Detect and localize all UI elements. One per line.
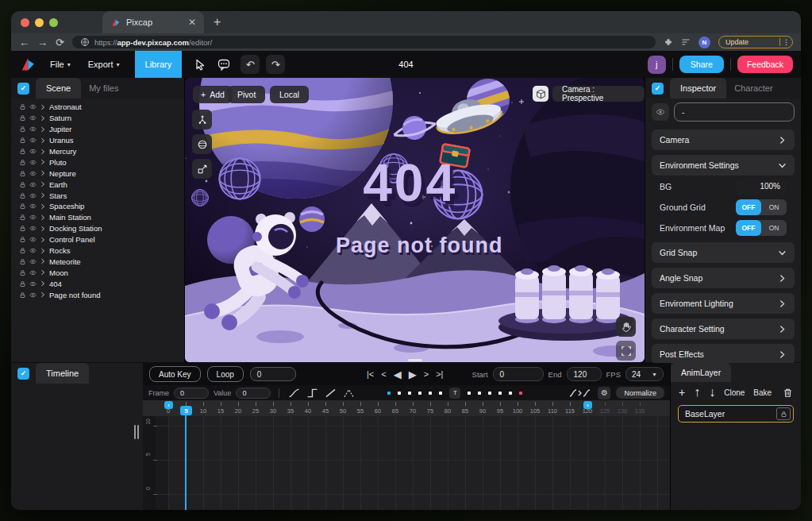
play-reverse-icon[interactable]: ◀ — [394, 369, 402, 380]
tab-my-files[interactable]: My files — [81, 83, 126, 93]
linear-curve-icon[interactable] — [324, 388, 337, 399]
add-layer-icon[interactable]: + — [679, 386, 685, 399]
bounce-curve-icon[interactable] — [342, 388, 356, 399]
step-curve-icon[interactable] — [306, 388, 319, 399]
add-button[interactable]: +Add — [193, 86, 233, 103]
scene-tree-item[interactable]: Nepture — [11, 168, 184, 179]
ease-curve-icon[interactable] — [287, 388, 301, 399]
tab-animlayer[interactable]: AnimLayer — [671, 363, 731, 382]
lock-icon[interactable] — [19, 159, 26, 166]
move-layer-down-icon[interactable]: ↓ — [709, 385, 715, 399]
visibility-eye-button[interactable] — [652, 103, 669, 121]
redo-button[interactable]: ↷ — [266, 55, 285, 74]
keyframe-dot[interactable] — [387, 392, 391, 395]
panel-resize-handle[interactable] — [408, 359, 422, 361]
inspector-section-character-setting[interactable]: Character Setting — [652, 318, 795, 339]
scene-tree-item[interactable]: 404 — [11, 278, 184, 289]
inspector-section-grid-snap[interactable]: Grid Snap — [652, 242, 795, 263]
toggle-off[interactable]: OFF — [736, 199, 761, 215]
move-layer-up-icon[interactable]: ↑ — [694, 385, 700, 399]
step-back-icon[interactable]: < — [381, 369, 386, 379]
bake-layer-button[interactable]: Bake — [753, 388, 772, 397]
scene-tree-item[interactable]: Mercury — [11, 146, 184, 157]
play-forward-icon[interactable]: ▶ — [409, 369, 417, 380]
lock-icon[interactable] — [19, 170, 26, 177]
lock-icon[interactable] — [19, 291, 26, 299]
keyframe-dot[interactable] — [429, 392, 432, 395]
expand-chevron-icon[interactable] — [40, 237, 46, 243]
scene-tree-item[interactable]: Page not found — [11, 289, 184, 300]
curve-grid[interactable]: 1050 — [143, 416, 670, 510]
scene-tree-item[interactable]: Meteorite — [11, 256, 184, 267]
range-start-handle[interactable]: ‹ — [164, 401, 173, 409]
expand-chevron-icon[interactable] — [40, 181, 46, 187]
expand-chevron-icon[interactable] — [40, 137, 46, 144]
scene-tree-item[interactable]: Spaceship — [11, 201, 184, 212]
eye-icon[interactable] — [29, 159, 37, 166]
eye-icon[interactable] — [29, 170, 37, 177]
lock-icon[interactable] — [19, 181, 26, 188]
tab-close-icon[interactable]: ✕ — [188, 17, 196, 28]
timeline-visibility-checkbox[interactable]: ✓ — [17, 368, 29, 380]
object-name-field[interactable]: - — [674, 102, 795, 122]
timeline-scroll-handle[interactable] — [134, 425, 139, 439]
lock-icon[interactable] — [19, 258, 26, 265]
comment-tool-button[interactable] — [214, 54, 234, 75]
skip-start-icon[interactable]: |< — [367, 369, 374, 379]
lock-icon[interactable] — [776, 407, 791, 420]
frame-field[interactable]: 0 — [174, 388, 209, 399]
anim-layer-item[interactable]: BaseLayer — [678, 405, 794, 423]
keyframe-dot[interactable] — [498, 392, 502, 395]
scene-tree-item[interactable]: Stars — [11, 190, 184, 201]
lock-icon[interactable] — [19, 214, 26, 221]
keyframe-dot[interactable] — [478, 392, 481, 395]
eye-icon[interactable] — [29, 291, 37, 299]
value-field[interactable]: 100% — [736, 179, 787, 195]
tab-timeline[interactable]: Timeline — [36, 363, 89, 384]
inspector-section-enviroment-lighting[interactable]: Enviroment Lighting — [652, 293, 795, 314]
eye-icon[interactable] — [29, 125, 37, 133]
select-tool-button[interactable] — [190, 54, 210, 75]
minimize-window-button[interactable] — [35, 18, 44, 27]
camera-mode-label[interactable]: Camera : Prespective — [552, 86, 645, 102]
scene-tree-item[interactable]: Docking Station — [11, 223, 184, 234]
scene-tree-item[interactable]: Uranus — [11, 135, 184, 146]
t-button[interactable]: T — [449, 388, 460, 399]
expand-chevron-icon[interactable] — [40, 115, 46, 122]
range-end-handle[interactable]: › — [583, 401, 592, 409]
expand-chevron-icon[interactable] — [40, 226, 46, 232]
eye-icon[interactable] — [29, 236, 37, 243]
keyframe-dot[interactable] — [468, 392, 471, 395]
lock-icon[interactable] — [19, 269, 26, 276]
inspector-visibility-checkbox[interactable]: ✓ — [652, 83, 664, 95]
rotate-tool-button[interactable] — [192, 134, 212, 154]
export-menu[interactable]: Export▾ — [81, 55, 127, 74]
extensions-icon[interactable] — [664, 37, 673, 47]
move-tool-button[interactable] — [192, 110, 212, 129]
viewport-3d[interactable]: 404 Page not found +Add Pivot Local Came… — [185, 78, 645, 362]
lock-icon[interactable] — [19, 247, 26, 254]
keyframe-dot[interactable] — [509, 392, 512, 395]
step-forward-icon[interactable]: > — [424, 369, 429, 379]
browser-tab[interactable]: Pixcap ✕ — [102, 11, 204, 33]
expand-chevron-icon[interactable] — [40, 159, 46, 165]
lock-icon[interactable] — [19, 192, 26, 199]
keyframe-dot[interactable] — [488, 392, 491, 395]
pivot-button[interactable]: Pivot — [228, 86, 265, 103]
off-on-toggle[interactable]: OFFON — [736, 220, 787, 236]
scene-tree-item[interactable]: Pluto — [11, 156, 184, 168]
zoom-window-button[interactable] — [49, 18, 58, 27]
scene-tree-item[interactable]: Astronaut — [11, 102, 184, 113]
inspector-section-environment-settings[interactable]: Environment Settings — [652, 155, 795, 176]
expand-chevron-icon[interactable] — [40, 149, 46, 155]
view-cube-button[interactable] — [533, 86, 548, 102]
expand-chevron-icon[interactable] — [40, 170, 46, 176]
expand-chevron-icon[interactable] — [40, 214, 46, 221]
scene-tree-item[interactable]: Moon — [11, 267, 184, 278]
scene-tree-item[interactable]: Control Panel — [11, 234, 184, 245]
tab-character[interactable]: Character — [726, 83, 780, 93]
gear-icon[interactable]: ⚙ — [598, 387, 610, 399]
expand-chevron-icon[interactable] — [40, 248, 46, 254]
eye-icon[interactable] — [29, 103, 37, 110]
expand-chevron-icon[interactable] — [40, 280, 46, 287]
